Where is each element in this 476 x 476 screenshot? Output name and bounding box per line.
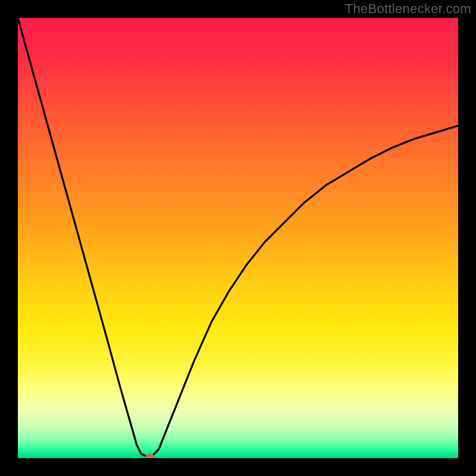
bottleneck-curve (18, 18, 458, 458)
watermark-label: TheBottlenecker.com (345, 1, 471, 17)
plot-area (18, 18, 458, 458)
chart-frame: TheBottlenecker.com (0, 0, 476, 476)
